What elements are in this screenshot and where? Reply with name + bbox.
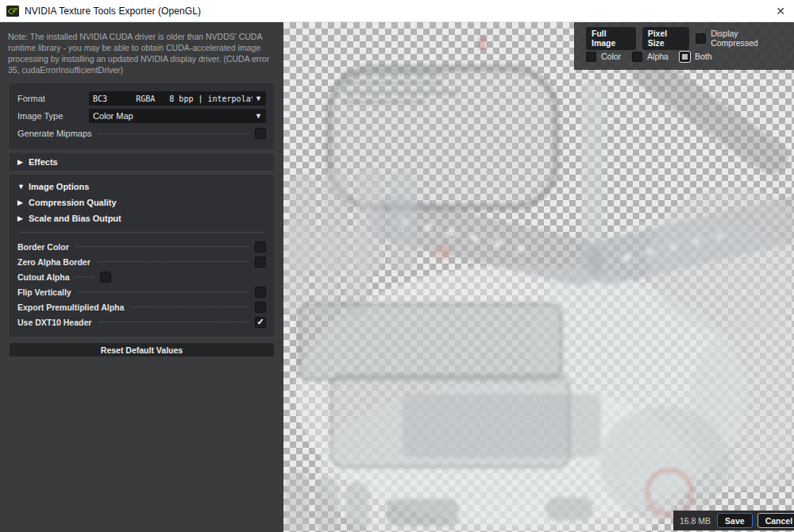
- option-row-cutout-alpha: Cutout Alpha ✓: [17, 269, 266, 284]
- dotted-leader: [98, 322, 249, 322]
- preview-view-toolbar: Full Image Pixel Size ✓ Display Compress…: [574, 22, 794, 70]
- chevron-down-icon: ▼: [255, 94, 262, 102]
- dotted-leader: [76, 276, 94, 277]
- compression-quality-section-header[interactable]: ▶ Compression Quality: [17, 195, 266, 210]
- option-row-border-color: Border Color ✓: [17, 239, 266, 254]
- option-row-use-dxt10-header: Use DXT10 Header ✓: [17, 314, 266, 330]
- option-row-export-premultiplied-alpha: Export Premultiplied Alpha ✓: [17, 299, 266, 314]
- save-button[interactable]: Save: [717, 513, 753, 528]
- window-title: NVIDIA Texture Tools Exporter (OpenGL): [25, 6, 201, 17]
- dotted-leader: [98, 133, 249, 134]
- triangle-right-icon: ▶: [17, 214, 29, 222]
- divider: [19, 232, 264, 233]
- close-window-button[interactable]: ✕: [767, 0, 794, 22]
- zero-alpha-border-label: Zero Alpha Border: [17, 257, 91, 267]
- border-color-checkbox[interactable]: ✓: [255, 241, 266, 253]
- preview-image-overlay: [283, 22, 794, 532]
- app-window: NVIDIA Texture Tools Exporter (OpenGL) ✕…: [0, 0, 794, 532]
- pixel-size-button[interactable]: Pixel Size: [642, 27, 689, 50]
- cancel-button[interactable]: Cancel: [757, 513, 794, 528]
- cuda-driver-note: Note: The installed NVIDIA CUDA driver i…: [8, 32, 274, 75]
- triangle-right-icon: ▶: [17, 158, 29, 166]
- border-color-label: Border Color: [17, 242, 69, 252]
- image-options-label: Image Options: [29, 182, 89, 191]
- full-image-button[interactable]: Full Image: [586, 27, 636, 50]
- color-checkbox[interactable]: ✓: [586, 52, 596, 62]
- generate-mipmaps-checkbox[interactable]: ✓: [255, 128, 266, 139]
- generate-mipmaps-label: Generate Mipmaps: [17, 129, 92, 138]
- color-label: Color: [601, 52, 621, 61]
- format-label: Format: [17, 94, 89, 103]
- format-group: Format BC3 RGBA 8 bpp | interpolated alp…: [10, 83, 274, 149]
- triangle-right-icon: ▶: [17, 199, 29, 206]
- image-type-dropdown[interactable]: Color Map ▼: [89, 109, 266, 123]
- option-row-zero-alpha-border: Zero Alpha Border ✓: [17, 254, 266, 269]
- both-checkbox[interactable]: [680, 52, 690, 62]
- use-dxt10-header-checkbox[interactable]: ✓: [255, 317, 266, 328]
- cutout-alpha-checkbox[interactable]: ✓: [100, 272, 111, 283]
- file-size-label: 16.8 MB: [680, 516, 711, 526]
- use-dxt10-header-label: Use DXT10 Header: [17, 318, 91, 327]
- zero-alpha-border-checkbox[interactable]: ✓: [255, 256, 266, 268]
- alpha-label: Alpha: [647, 52, 669, 61]
- effects-section-header[interactable]: ▶ Effects: [10, 153, 274, 171]
- both-label: Both: [695, 52, 712, 61]
- dotted-leader: [78, 291, 249, 292]
- image-options-panel: ▼ Image Options ▶ Compression Quality ▶ …: [10, 175, 274, 337]
- scale-bias-section-header[interactable]: ▶ Scale and Bias Output: [17, 210, 266, 226]
- dotted-leader: [97, 261, 249, 262]
- title-bar: NVIDIA Texture Tools Exporter (OpenGL) ✕: [0, 0, 794, 22]
- format-dropdown[interactable]: BC3 RGBA 8 bpp | interpolated alpha ▼: [89, 91, 266, 106]
- dotted-leader: [130, 306, 249, 307]
- compression-quality-label: Compression Quality: [29, 198, 117, 207]
- scale-bias-label: Scale and Bias Output: [29, 214, 121, 223]
- check-icon: ✓: [256, 318, 264, 326]
- image-type-value: Color Map: [93, 111, 252, 121]
- format-value: BC3 RGBA 8 bpp | interpolated alpha: [93, 94, 252, 103]
- dotted-leader: [75, 246, 249, 247]
- export-premultiplied-alpha-label: Export Premultiplied Alpha: [17, 303, 124, 312]
- nvidia-logo-icon: [6, 5, 19, 17]
- effects-label: Effects: [29, 157, 58, 167]
- flip-vertically-label: Flip Vertically: [17, 287, 71, 297]
- texture-preview[interactable]: Full Image Pixel Size ✓ Display Compress…: [283, 22, 794, 532]
- chevron-down-icon: ▼: [255, 112, 262, 120]
- close-icon: ✕: [776, 5, 785, 17]
- settings-panel: Note: The installed NVIDIA CUDA driver i…: [0, 22, 283, 532]
- export-footer-bar: 16.8 MB Save Cancel: [673, 511, 794, 530]
- flip-vertically-checkbox[interactable]: ✓: [255, 287, 266, 298]
- image-options-section-header[interactable]: ▼ Image Options: [17, 179, 266, 195]
- option-row-flip-vertically: Flip Vertically ✓: [17, 284, 266, 299]
- display-compressed-checkbox[interactable]: ✓: [696, 33, 706, 44]
- export-premultiplied-alpha-checkbox[interactable]: ✓: [255, 302, 266, 313]
- triangle-down-icon: ▼: [17, 183, 29, 191]
- display-compressed-label: Display Compressed: [711, 29, 783, 48]
- image-type-label: Image Type: [17, 111, 89, 121]
- alpha-checkbox[interactable]: ✓: [632, 52, 642, 62]
- cutout-alpha-label: Cutout Alpha: [17, 272, 70, 282]
- reset-default-values-button[interactable]: Reset Default Values: [10, 343, 274, 357]
